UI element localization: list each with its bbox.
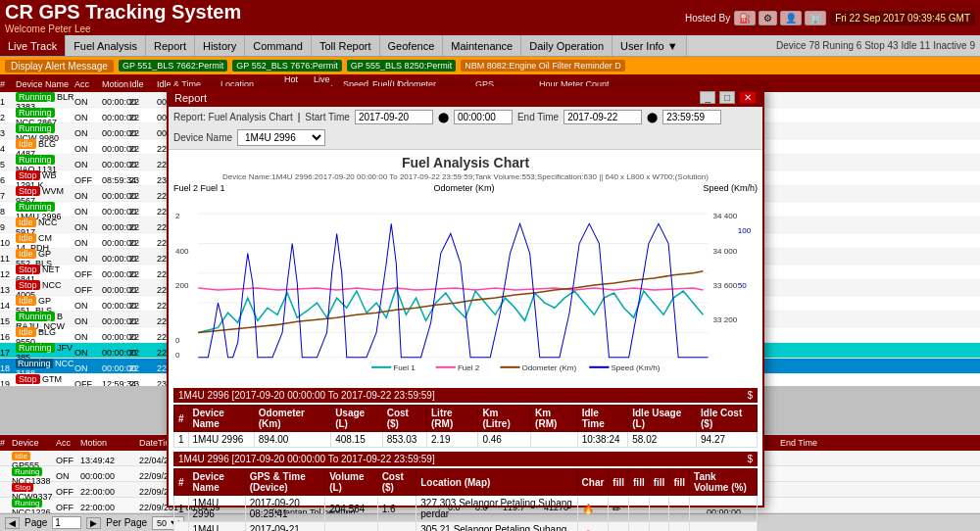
- tab-toll-report[interactable]: Toll Report: [312, 35, 380, 56]
- svg-text:50: 50: [738, 281, 747, 290]
- tab-maintenance[interactable]: Maintenance: [443, 35, 521, 56]
- tab-geofence[interactable]: Geofence: [380, 35, 444, 56]
- app-title: CR GPS Tracking System: [5, 1, 675, 24]
- user-label: Welcome Peter Lee: [5, 24, 685, 34]
- permit-2: GP 552_BLS 7676:Permit: [232, 60, 341, 72]
- device-name-label: Device Name: [173, 132, 232, 143]
- section1-title: 1M4U 2996 [2017-09-20 00:00:00 To 2017-0…: [173, 388, 758, 403]
- alert-bar: Display Alert Message GP 551_BLS 7662:Pe…: [0, 57, 980, 74]
- nav-tabs: Live Track Fuel Analysis Report History …: [0, 35, 980, 57]
- svg-text:33 600: 33 600: [713, 281, 738, 290]
- svg-text:34 400: 34 400: [713, 212, 738, 220]
- modal-maximize-btn[interactable]: □: [719, 91, 735, 104]
- table-row: 2 1M4U 2996 2017-09-21 11:26:52 205,217 …: [174, 522, 758, 532]
- top-bar: CR GPS Tracking System Welcome Peter Lee…: [0, 0, 980, 35]
- svg-text:Fuel 1: Fuel 1: [393, 363, 416, 372]
- start-time-input[interactable]: [454, 110, 513, 124]
- display-alert-btn[interactable]: Display Alert Message: [5, 60, 114, 72]
- logo-btn[interactable]: 🏢: [805, 11, 826, 25]
- svg-text:34 000: 34 000: [713, 247, 738, 256]
- tab-daily-operation[interactable]: Daily Operation: [521, 35, 612, 56]
- tab-user-info[interactable]: User Info ▼: [612, 35, 687, 56]
- chart-title: Fuel Analysis Chart: [173, 155, 758, 170]
- svg-text:0: 0: [175, 336, 180, 345]
- modal-tables: 1M4U 2996 [2017-09-20 00:00:00 To 2017-0…: [169, 385, 762, 531]
- svg-text:200: 200: [175, 281, 189, 290]
- svg-text:Fuel 2: Fuel 2: [458, 363, 480, 372]
- chart-axis-labels: Fuel 2 Fuel 1 Odometer (Km) Speed (Km/h): [173, 183, 758, 193]
- page-label: Page: [24, 517, 47, 528]
- svg-text:100: 100: [738, 226, 752, 235]
- permit-4: NBM 8082:Engine Oil Filter Reminder D: [461, 60, 625, 72]
- chart-container: Fuel Analysis Chart Device Name:1M4U 299…: [169, 150, 762, 385]
- permit-3: GP 555_BLS 8250:Permit: [347, 60, 456, 72]
- settings-icon-btn[interactable]: ⚙: [759, 11, 777, 25]
- datetime-display: Fri 22 Sep 2017 09:39:45 GMT: [830, 11, 975, 25]
- top-right: Hosted By ⛽ ⚙ 👤 🏢 Fri 22 Sep 2017 09:39:…: [685, 11, 975, 25]
- start-date-input[interactable]: [355, 110, 433, 124]
- chart-subtitle: Device Name:1M4U 2996:2017-09-20 00:00:0…: [173, 172, 758, 181]
- device-name-select[interactable]: 1M4U 2996: [237, 129, 325, 146]
- tab-report[interactable]: Report: [146, 35, 195, 56]
- detail-table: # Device Name GPS & Time (Device) Volume…: [173, 468, 758, 531]
- end-date-input[interactable]: [564, 110, 642, 124]
- svg-text:2: 2: [175, 212, 180, 220]
- chart-name-label: Report: Fuel Analysis Chart: [173, 112, 293, 122]
- tab-fuel-analysis[interactable]: Fuel Analysis: [66, 35, 146, 56]
- tab-history[interactable]: History: [195, 35, 245, 56]
- fuel-icon-btn[interactable]: ⛽: [734, 11, 756, 25]
- modal-close-btn[interactable]: ✕: [739, 91, 757, 104]
- modal-minimize-btn[interactable]: _: [700, 91, 715, 104]
- end-time-label: End Time: [517, 112, 559, 122]
- end-time-input[interactable]: [662, 110, 721, 124]
- nav-device-info: Device 78 Runing 6 Stop 43 Idle 11 Inact…: [771, 40, 980, 51]
- modal-toolbar: Report: Fuel Analysis Chart | Start Time…: [169, 107, 762, 150]
- modal-title: Report: [174, 92, 207, 104]
- per-page-label: Per Page: [106, 517, 147, 528]
- table-row: 1 1M4U 2996 894.00 408.15 853.03 2.19 0.…: [174, 432, 758, 448]
- page-input[interactable]: [52, 516, 81, 529]
- modal-controls: _ □ ✕: [700, 91, 757, 104]
- permit-1: GP 551_BLS 7662:Permit: [119, 60, 227, 72]
- fuel-chart-svg: 2 400 200 0 0 34 400 34 000 33 600 33 20…: [173, 195, 758, 381]
- next-page-btn[interactable]: ▶: [86, 517, 101, 529]
- tab-command[interactable]: Command: [245, 35, 312, 56]
- svg-text:Odometer (Km): Odometer (Km): [522, 363, 577, 372]
- hosted-by-label: Hosted By: [685, 13, 730, 24]
- svg-text:Speed (Km/h): Speed (Km/h): [611, 363, 660, 372]
- modal-title-bar: Report _ □ ✕: [169, 88, 762, 107]
- table-row: 1 1M4U 2996 2017-09-20 08:25:41 204,564 …: [174, 496, 758, 522]
- svg-text:0: 0: [175, 351, 180, 360]
- profile-icon-btn[interactable]: 👤: [780, 11, 802, 25]
- svg-text:400: 400: [175, 247, 189, 256]
- start-time-label: Start Time: [305, 112, 350, 122]
- svg-text:33 200: 33 200: [713, 315, 738, 324]
- section2-title: 1M4U 2996 [2017-09-20 00:00:00 To 2017-0…: [173, 452, 758, 466]
- prev-page-btn[interactable]: ◀: [5, 517, 20, 529]
- summary-table: # Device Name Odometer (Km) Usage (L) Co…: [173, 405, 758, 448]
- tab-live-track[interactable]: Live Track: [0, 35, 66, 56]
- fuel-analysis-modal: Report _ □ ✕ Report: Fuel Analysis Chart…: [167, 86, 764, 507]
- top-icons: ⛽ ⚙ 👤 🏢: [734, 11, 826, 25]
